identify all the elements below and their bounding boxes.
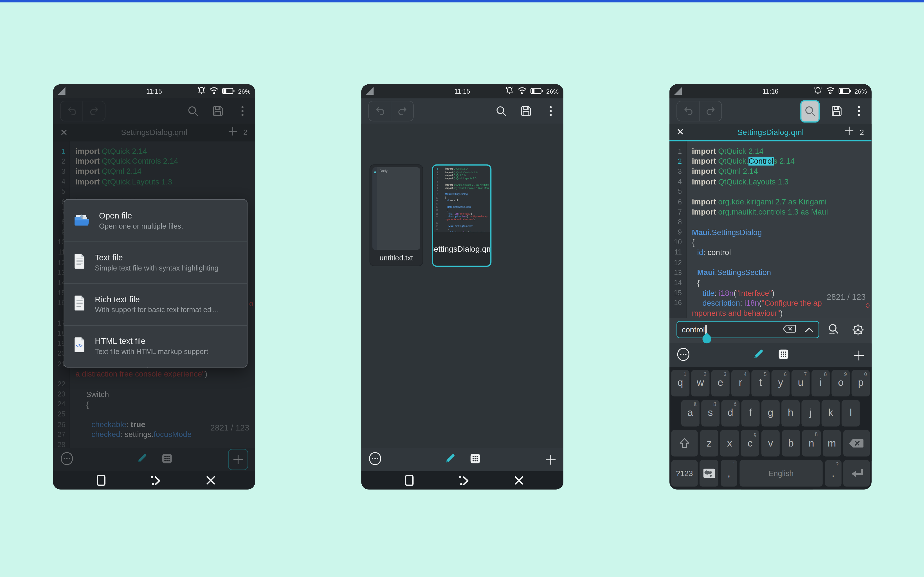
editor-toolbar: [669, 98, 872, 124]
tab-overview: Body untitled.txt 1import QtQuick 2.142i…: [361, 124, 563, 448]
key-English[interactable]: English: [739, 460, 823, 487]
keyboard-toggle-icon[interactable]: [469, 453, 481, 466]
key-z[interactable]: z: [700, 430, 719, 456]
search-icon[interactable]: [495, 105, 507, 118]
tab-thumbnail-untitled[interactable]: Body untitled.txt: [369, 164, 423, 266]
key-e[interactable]: e3: [711, 370, 729, 396]
key-f[interactable]: f: [742, 400, 760, 426]
key-p[interactable]: p0: [852, 370, 870, 396]
new-tab-button[interactable]: [545, 454, 556, 465]
nav-task-switcher-icon[interactable]: [452, 471, 476, 490]
key-d[interactable]: dð: [721, 400, 740, 426]
redo-button[interactable]: [699, 101, 721, 121]
tab-thumbnail-settingsdialog[interactable]: 1import QtQuick 2.142import QtQuick.Cont…: [432, 164, 492, 267]
edit-pencil-icon[interactable]: [752, 348, 763, 362]
menu-item-rich-text-file[interactable]: Rich text file With support for basic te…: [64, 283, 247, 325]
nav-task-switcher-icon[interactable]: [144, 471, 168, 490]
clear-text-icon[interactable]: [782, 324, 796, 335]
line-number: 17: [434, 221, 439, 224]
key-?123[interactable]: ?123: [671, 460, 698, 487]
key-t[interactable]: t5: [751, 370, 769, 396]
nav-close-icon[interactable]: [507, 471, 531, 490]
key-m[interactable]: m: [823, 430, 841, 456]
key-v[interactable]: v: [761, 430, 780, 456]
nav-maximize-icon[interactable]: [89, 471, 113, 490]
key-.[interactable]: .?: [825, 460, 841, 487]
undo-button[interactable]: [369, 101, 391, 121]
key-w[interactable]: w2: [692, 370, 710, 396]
search-input[interactable]: control: [676, 321, 819, 338]
code-row: 1import QtQuick 2.14: [669, 146, 872, 156]
overflow-menu-icon[interactable]: [545, 105, 556, 118]
previous-match-icon[interactable]: [805, 324, 814, 335]
key-c[interactable]: cç: [741, 430, 760, 456]
phone-3: 11:16 26% SettingsDialog.qml: [669, 84, 872, 490]
menu-item-subtitle: Open one or multiple files.: [99, 222, 183, 230]
code-editor[interactable]: 1import QtQuick 2.142import QtQuick.Cont…: [669, 142, 872, 318]
line-marker-dot: [374, 171, 376, 173]
bottom-toolbar: [361, 448, 563, 471]
code-row: 3import QtQml 2.14: [434, 174, 490, 177]
key-l[interactable]: l: [842, 400, 860, 426]
menu-item-open-file[interactable]: Open file Open one or multiple files.: [64, 200, 247, 241]
tab-count[interactable]: 2: [859, 128, 864, 136]
tab-title[interactable]: SettingsDialog.qml: [669, 128, 872, 136]
search-settings-wheel-icon[interactable]: [851, 323, 864, 338]
key-u[interactable]: u7: [792, 370, 810, 396]
code-row: 2import QtQuick.Controls 2.14: [434, 171, 490, 174]
key-o[interactable]: o9: [832, 370, 850, 396]
line-number: 3: [434, 174, 439, 177]
key-i[interactable]: i8: [812, 370, 830, 396]
key-x[interactable]: x: [720, 430, 739, 456]
battery-icon: [839, 86, 851, 97]
line-number: 16: [434, 215, 439, 218]
new-tab-icon[interactable]: [844, 126, 854, 138]
key-k[interactable]: k: [822, 400, 840, 426]
key-q[interactable]: q1: [671, 370, 689, 396]
key-g[interactable]: g: [761, 400, 779, 426]
mini-code-lines: 1import QtQuick 2.142import QtQuick.Cont…: [434, 166, 490, 232]
code-row: 19{: [434, 228, 490, 231]
key-a[interactable]: aä: [681, 400, 699, 426]
nav-maximize-icon[interactable]: [397, 471, 421, 490]
key-n[interactable]: nñ: [802, 430, 821, 456]
keyboard-toggle-icon[interactable]: [777, 348, 789, 362]
thumbnail-preview: 1import QtQuick 2.142import QtQuick.Cont…: [434, 166, 490, 232]
redo-button[interactable]: [391, 101, 413, 121]
line-number: 6: [669, 198, 686, 206]
search-button-active[interactable]: [800, 100, 820, 122]
globe-key[interactable]: [700, 460, 719, 487]
save-icon[interactable]: [830, 105, 842, 118]
battery-icon: [531, 86, 543, 97]
nav-close-icon[interactable]: [198, 471, 222, 490]
new-tab-button[interactable]: [853, 350, 864, 361]
wifi-icon: [517, 86, 527, 97]
battery-percent: 26%: [546, 88, 559, 95]
menu-item-subtitle: With support for basic text format edi..…: [95, 306, 219, 314]
key-y[interactable]: y6: [772, 370, 790, 396]
enter-key[interactable]: [843, 460, 870, 487]
key-h[interactable]: h: [782, 400, 800, 426]
backspace-key[interactable]: [843, 430, 870, 456]
edit-pencil-icon[interactable]: [444, 453, 455, 466]
code-row: 9Maui.SettingsDialog: [434, 193, 490, 196]
preview-text: Body: [379, 169, 388, 172]
key-r[interactable]: r4: [731, 370, 749, 396]
save-icon[interactable]: [520, 105, 532, 118]
menu-item-text-file[interactable]: Text file Simple text file with syntax h…: [64, 241, 247, 283]
key-,[interactable]: ,': [721, 460, 737, 487]
find-next-icon[interactable]: [827, 323, 839, 338]
battery-percent: 26%: [855, 88, 867, 95]
undo-button[interactable]: [677, 101, 699, 121]
code-row: 15title: i18n("Interface"): [434, 212, 490, 215]
overflow-menu-icon[interactable]: [853, 105, 864, 118]
key-j[interactable]: j: [801, 400, 820, 426]
char-line-counter: 2821 / 123: [827, 292, 866, 302]
code-lines: 1import QtQuick 2.142import QtQuick.Cont…: [669, 142, 872, 318]
line-number: 10: [669, 238, 686, 246]
menu-item-html-file[interactable]: </> HTML text file Text file with HTML m…: [64, 325, 247, 367]
line-number: 9: [669, 228, 686, 236]
shift-key[interactable]: [671, 430, 698, 456]
key-s[interactable]: sß: [701, 400, 719, 426]
key-b[interactable]: b: [782, 430, 800, 456]
